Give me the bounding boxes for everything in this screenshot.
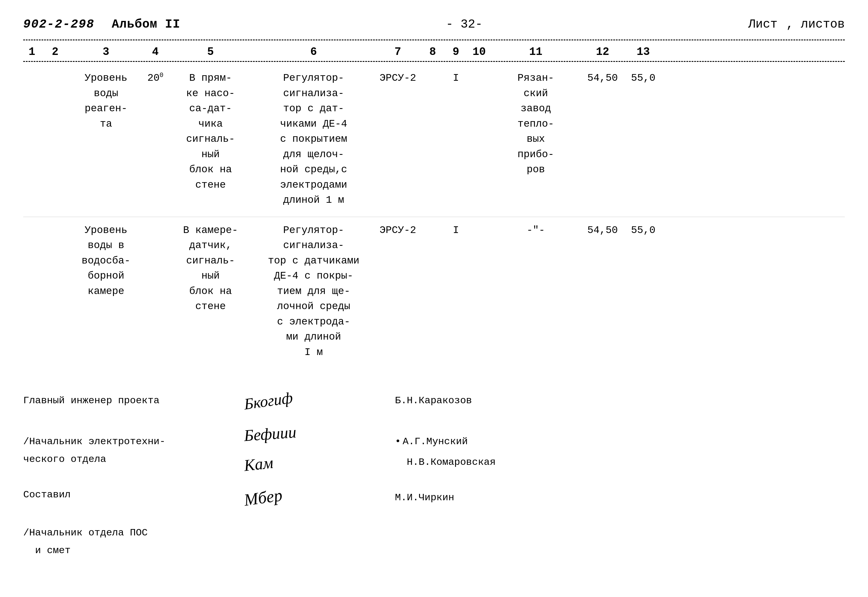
row2-col9: I — [444, 223, 468, 360]
table-row: Уровеньводы вводосба-борнойкамере В каме… — [23, 217, 845, 369]
column-headers-row: 1 2 3 4 5 6 7 8 9 10 11 12 13 — [23, 43, 845, 62]
row2-col10 — [468, 223, 491, 360]
row2-col6: Регулятор-сигнализа-тор с датчикамиДЕ-4 … — [253, 223, 375, 360]
row1-col4: 200 — [142, 71, 169, 208]
data-rows: Уровеньводыреаген-та 200 В прям-ке насо-… — [23, 65, 845, 369]
col-header-10: 10 — [468, 46, 491, 58]
col-header-3: 3 — [70, 46, 142, 58]
header-row: 902-2-298 Альбом II - 32- Лист , листов — [23, 18, 845, 34]
sheet-label: Лист , листов — [748, 18, 845, 31]
col-header-6: 6 — [253, 46, 375, 58]
sig-name-3: Н.В.Комаровская — [395, 453, 845, 471]
handwriting-4: Мбер — [243, 485, 283, 510]
doc-number: 902-2-298 — [23, 18, 94, 31]
col-header-13: 13 — [624, 46, 662, 58]
row1-col8 — [421, 71, 444, 208]
table-row: Уровеньводыреаген-та 200 В прям-ке насо-… — [23, 65, 845, 217]
page-number: - 32- — [198, 18, 731, 31]
row2-col1 — [23, 223, 41, 360]
row2-col2 — [41, 223, 70, 360]
col-header-5: 5 — [169, 46, 253, 58]
document-page: 902-2-298 Альбом II - 32- Лист , листов … — [0, 0, 868, 597]
album-label: Альбом II — [112, 18, 180, 31]
sig-handwriting-area: Бкогиф Бефиuu Кам Мбер — [244, 392, 360, 560]
row1-col7: ЭРСУ-2 — [375, 71, 421, 208]
sig-name-2: •А.Г.Мунский — [395, 433, 845, 451]
header-divider — [23, 40, 845, 40]
row2-col11: -"- — [491, 223, 581, 360]
row1-col3: Уровеньводыреаген-та — [70, 71, 142, 208]
sig-role-2: /Начальник электротехни-ческого отдела — [23, 433, 227, 468]
row1-col2 — [41, 71, 70, 208]
col-header-12: 12 — [581, 46, 624, 58]
row2-col13: 55,0 — [624, 223, 662, 360]
sheet-word: Лист — [748, 18, 778, 31]
col-header-1: 1 — [23, 46, 41, 58]
sig-role-4: /Начальник отдела ПОС и смет — [23, 524, 227, 560]
col-header-9: 9 — [444, 46, 468, 58]
row2-col5: В камере-датчик,сигналь-ныйблок настене — [169, 223, 253, 360]
row2-col4 — [142, 223, 169, 360]
row1-col1 — [23, 71, 41, 208]
row1-col6: Регулятор-сигнализа-тор с дат-чиками ДЕ-… — [253, 71, 375, 208]
col-header-4: 4 — [142, 46, 169, 58]
handwriting-2: Бефиuu — [243, 423, 297, 445]
row1-col9: I — [444, 71, 468, 208]
sheets-word: , листов — [786, 18, 845, 31]
row1-col12: 54,50 — [581, 71, 624, 208]
sig-name-1: Б.Н.Каракозов — [395, 392, 845, 410]
sig-names: Б.Н.Каракозов •А.Г.Мунский Н.В.Комаровск… — [378, 392, 845, 560]
col-header-7: 7 — [375, 46, 421, 58]
handwriting-1: Бкогиф — [243, 388, 293, 413]
row2-col12: 54,50 — [581, 223, 624, 360]
row1-col11: Рязан-скийзаводтепло-выхприбо-ров — [491, 71, 581, 208]
col-header-8: 8 — [421, 46, 444, 58]
row1-col10 — [468, 71, 491, 208]
row2-col7: ЭРСУ-2 — [375, 223, 421, 360]
row2-col3: Уровеньводы вводосба-борнойкамере — [70, 223, 142, 360]
row1-col5: В прям-ке насо-са-дат-чикасигналь-ныйбло… — [169, 71, 253, 208]
sig-role-3: Составил — [23, 486, 227, 504]
handwriting-3: Кам — [243, 453, 274, 475]
col-header-11: 11 — [491, 46, 581, 58]
row1-col13: 55,0 — [624, 71, 662, 208]
col-header-2: 2 — [41, 46, 70, 58]
sig-role-1: Главный инженер проекта — [23, 392, 227, 410]
sig-name-4: М.И.Чиркин — [395, 489, 845, 506]
row2-col8 — [421, 223, 444, 360]
sig-roles: Главный инженер проекта /Начальник элект… — [23, 392, 227, 560]
signatures-section: Главный инженер проекта /Начальник элект… — [23, 392, 845, 560]
